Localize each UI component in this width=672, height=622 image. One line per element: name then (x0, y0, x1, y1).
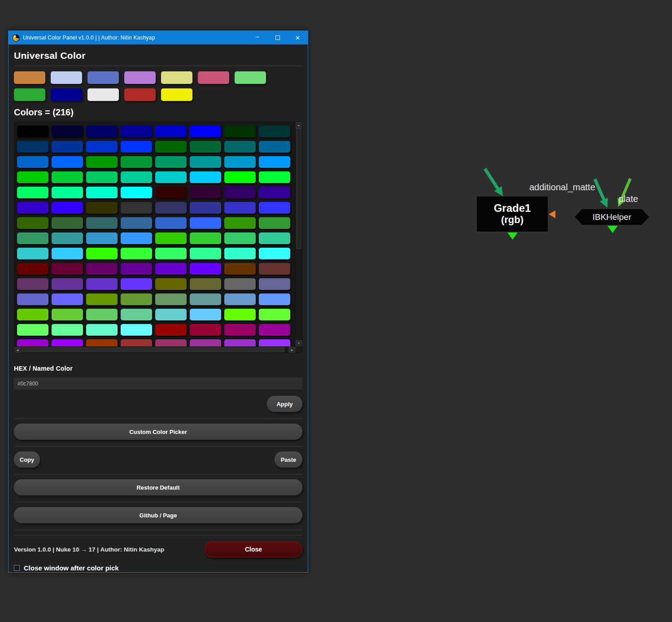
grid-color-swatch[interactable] (52, 171, 83, 183)
preset-color-swatch[interactable] (51, 88, 82, 101)
grid-color-swatch[interactable] (121, 309, 152, 320)
restore-default-button[interactable]: Restore Default (14, 479, 302, 495)
grid-color-swatch[interactable] (224, 202, 256, 214)
custom-color-picker-button[interactable]: Custom Color Picker (14, 424, 302, 440)
grid-color-swatch[interactable] (224, 278, 256, 290)
preset-color-swatch[interactable] (87, 88, 119, 101)
grid-color-swatch[interactable] (190, 141, 221, 153)
paste-button[interactable]: Paste (275, 451, 302, 468)
grid-color-swatch[interactable] (190, 324, 221, 336)
grid-color-swatch[interactable] (259, 339, 290, 346)
grid-color-swatch[interactable] (155, 126, 187, 137)
grid-color-swatch[interactable] (121, 248, 152, 259)
preset-color-swatch[interactable] (235, 71, 266, 84)
grid-color-swatch[interactable] (52, 248, 83, 259)
grid-color-swatch[interactable] (121, 202, 152, 214)
grid-color-swatch[interactable] (224, 339, 256, 346)
preset-color-swatch[interactable] (198, 71, 229, 84)
grid-color-swatch[interactable] (52, 339, 83, 346)
grid-color-swatch[interactable] (17, 217, 48, 229)
grid-color-swatch[interactable] (121, 141, 152, 153)
grid-color-swatch[interactable] (259, 293, 290, 305)
grid-color-swatch[interactable] (224, 156, 256, 168)
grid-color-swatch[interactable] (259, 248, 290, 259)
vertical-scroll-thumb[interactable] (296, 128, 301, 249)
preset-color-swatch[interactable] (161, 88, 192, 101)
copy-button[interactable]: Copy (14, 451, 40, 468)
horizontal-scrollbar[interactable]: ◀ ▶ (14, 346, 302, 353)
preset-color-swatch[interactable] (51, 71, 82, 84)
vertical-scrollbar[interactable]: ▲ ▼ (295, 122, 302, 346)
grid-color-swatch[interactable] (121, 126, 152, 137)
grid-color-swatch[interactable] (224, 171, 256, 183)
grid-color-swatch[interactable] (190, 171, 221, 183)
grid-color-swatch[interactable] (86, 141, 118, 153)
grid-color-swatch[interactable] (121, 339, 152, 346)
grid-color-swatch[interactable] (259, 141, 290, 153)
grid-color-swatch[interactable] (190, 293, 221, 305)
github-page-button[interactable]: Github / Page (14, 507, 302, 523)
grid-color-swatch[interactable] (155, 171, 187, 183)
grid-color-swatch[interactable] (224, 248, 256, 259)
grid-color-swatch[interactable] (86, 324, 118, 336)
preset-color-swatch[interactable] (124, 71, 156, 84)
grid-color-swatch[interactable] (86, 202, 118, 214)
grid-color-swatch[interactable] (259, 171, 290, 183)
grid-color-swatch[interactable] (17, 202, 48, 214)
close-after-pick-checkbox[interactable] (14, 565, 20, 571)
scroll-right-button[interactable]: ▶ (289, 347, 295, 353)
grid-color-swatch[interactable] (259, 324, 290, 336)
preset-color-swatch[interactable] (161, 71, 192, 84)
grid-color-swatch[interactable] (190, 263, 221, 275)
grid-color-swatch[interactable] (121, 278, 152, 290)
grid-color-swatch[interactable] (224, 126, 256, 137)
scroll-left-button[interactable]: ◀ (14, 347, 21, 353)
grid-color-swatch[interactable] (17, 309, 48, 320)
hex-color-input[interactable] (14, 377, 302, 390)
grid-color-swatch[interactable] (121, 217, 152, 229)
grid-color-swatch[interactable] (155, 187, 187, 198)
grid-color-swatch[interactable] (190, 339, 221, 346)
grid-color-swatch[interactable] (17, 293, 48, 305)
grid-color-swatch[interactable] (224, 309, 256, 320)
grid-color-swatch[interactable] (52, 293, 83, 305)
close-panel-button[interactable]: Close (205, 541, 302, 557)
output-connector-ibk[interactable] (607, 226, 618, 233)
preset-color-swatch[interactable] (14, 71, 45, 84)
grid-color-swatch[interactable] (17, 232, 48, 244)
grid-color-swatch[interactable] (52, 126, 83, 137)
grid-color-swatch[interactable] (86, 126, 118, 137)
grid-color-swatch[interactable] (86, 248, 118, 259)
grid-color-swatch[interactable] (155, 309, 187, 320)
node-grade1[interactable]: Grade1 (rgb) (477, 197, 548, 232)
grid-color-swatch[interactable] (86, 278, 118, 290)
grid-color-swatch[interactable] (155, 263, 187, 275)
grid-color-swatch[interactable] (155, 156, 187, 168)
grid-color-swatch[interactable] (259, 126, 290, 137)
grid-color-swatch[interactable] (52, 217, 83, 229)
grid-color-swatch[interactable] (17, 248, 48, 259)
grid-color-swatch[interactable] (17, 171, 48, 183)
grid-color-swatch[interactable] (155, 324, 187, 336)
grid-color-swatch[interactable] (17, 278, 48, 290)
grid-color-swatch[interactable] (121, 171, 152, 183)
node-ibkhelper[interactable]: IBKHelper (575, 209, 649, 225)
grid-color-swatch[interactable] (224, 263, 256, 275)
grid-color-swatch[interactable] (190, 278, 221, 290)
grid-color-swatch[interactable] (224, 141, 256, 153)
preset-color-swatch[interactable] (14, 88, 45, 101)
grid-color-swatch[interactable] (86, 309, 118, 320)
grid-color-swatch[interactable] (17, 156, 48, 168)
preset-color-swatch[interactable] (124, 88, 156, 101)
grid-color-swatch[interactable] (190, 248, 221, 259)
grid-color-swatch[interactable] (17, 324, 48, 336)
grid-color-swatch[interactable] (259, 278, 290, 290)
preset-color-swatch[interactable] (87, 71, 119, 84)
grid-color-swatch[interactable] (86, 232, 118, 244)
grid-color-swatch[interactable] (259, 187, 290, 198)
grid-color-swatch[interactable] (17, 141, 48, 153)
grid-color-swatch[interactable] (190, 232, 221, 244)
grid-color-swatch[interactable] (155, 232, 187, 244)
grid-color-swatch[interactable] (259, 156, 290, 168)
grid-color-swatch[interactable] (52, 202, 83, 214)
